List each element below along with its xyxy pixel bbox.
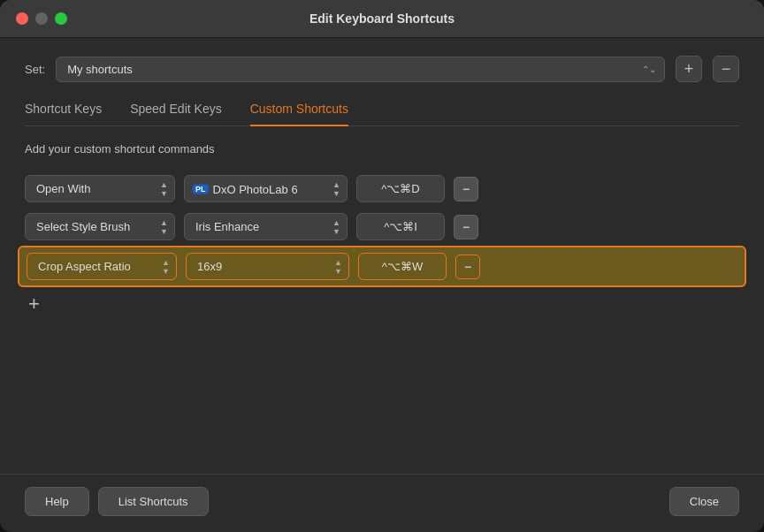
shortcuts-list: Open With ▲▼ ▲▼ PL DxO PhotoLab 6 ^⌥⌘D −: [25, 170, 739, 287]
tab-speed-edit-keys[interactable]: Speed Edit Keys: [130, 102, 222, 126]
category-dropdown-wrapper-2: Select Style Brush ▲▼: [25, 213, 175, 240]
set-label: Set:: [25, 63, 45, 76]
category-dropdown-wrapper-1: Open With ▲▼: [25, 175, 175, 202]
edit-keyboard-shortcuts-dialog: Edit Keyboard Shortcuts Set: My shortcut…: [0, 0, 764, 532]
dialog-title: Edit Keyboard Shortcuts: [309, 11, 455, 26]
shortcut-row: Open With ▲▼ ▲▼ PL DxO PhotoLab 6 ^⌥⌘D −: [25, 170, 739, 208]
close-button[interactable]: Close: [669, 487, 739, 516]
shortcut-row: Select Style Brush ▲▼ Iris Enhance ▲▼ ^⌥…: [25, 208, 739, 246]
window-controls: [16, 12, 67, 25]
category-dropdown-2[interactable]: Select Style Brush: [25, 213, 175, 240]
subcategory-dropdown-2[interactable]: Iris Enhance: [184, 213, 348, 240]
minimize-window-button[interactable]: [35, 12, 48, 25]
shortcut-key-1: ^⌥⌘D: [356, 175, 445, 202]
dialog-footer: Help List Shortcuts Close: [0, 474, 764, 532]
set-select[interactable]: My shortcuts: [56, 57, 665, 82]
category-dropdown-wrapper-3: Crop Aspect Ratio ▲▼: [27, 253, 177, 280]
tab-shortcut-keys[interactable]: Shortcut Keys: [25, 102, 102, 126]
set-row: Set: My shortcuts ⌃⌄ + −: [25, 56, 739, 82]
shortcut-row-highlighted: Crop Aspect Ratio ▲▼ 16x9 ▲▼ ^⌥⌘W −: [18, 246, 746, 287]
footer-left-buttons: Help List Shortcuts: [25, 487, 209, 516]
subtitle-text: Add your custom shortcut commands: [25, 142, 739, 156]
remove-row-3-button[interactable]: −: [455, 255, 480, 279]
remove-row-1-button[interactable]: −: [454, 177, 478, 201]
tabs-bar: Shortcut Keys Speed Edit Keys Custom Sho…: [25, 102, 739, 126]
add-set-button[interactable]: +: [676, 56, 702, 82]
category-dropdown-1[interactable]: Open With: [25, 175, 175, 202]
title-bar: Edit Keyboard Shortcuts: [0, 0, 764, 38]
shortcut-key-2: ^⌥⌘I: [356, 213, 445, 240]
shortcut-key-3: ^⌥⌘W: [358, 253, 447, 280]
subcategory-dropdown-3[interactable]: 16x9: [186, 253, 349, 280]
maximize-window-button[interactable]: [55, 12, 67, 25]
add-shortcut-button[interactable]: +: [25, 287, 51, 314]
subcategory-dropdown-1[interactable]: [184, 175, 348, 202]
tab-custom-shortcuts[interactable]: Custom Shortcuts: [250, 102, 348, 126]
subcategory-dropdown-wrapper-3: 16x9 ▲▼: [186, 253, 349, 280]
list-shortcuts-button[interactable]: List Shortcuts: [98, 487, 209, 516]
subcategory-dropdown-wrapper-1: ▲▼ PL DxO PhotoLab 6: [184, 175, 348, 202]
help-button[interactable]: Help: [25, 487, 89, 516]
remove-set-button[interactable]: −: [713, 56, 739, 82]
category-dropdown-3[interactable]: Crop Aspect Ratio: [27, 253, 177, 280]
subcategory-dropdown-wrapper-2: Iris Enhance ▲▼: [184, 213, 348, 240]
set-select-wrapper: My shortcuts ⌃⌄: [56, 57, 665, 82]
main-content: Set: My shortcuts ⌃⌄ + − Shortcut Keys S…: [0, 38, 764, 474]
remove-row-2-button[interactable]: −: [454, 215, 478, 239]
close-window-button[interactable]: [16, 12, 28, 25]
